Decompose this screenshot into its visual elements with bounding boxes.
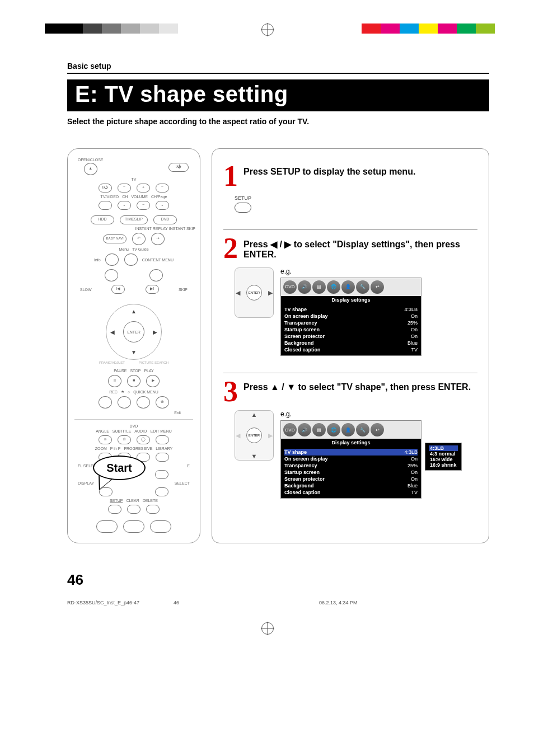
step-text: Press ▲ / ▼ to select "TV shape", then p… [243, 379, 471, 392]
popup-option: 4:3 normal [429, 451, 458, 457]
ch-up-button[interactable]: ⌃ [118, 184, 131, 192]
delete-button[interactable] [146, 505, 160, 514]
angle-label: ANGLE [96, 429, 109, 433]
slow-label: SLOW [80, 288, 92, 292]
chpage-up-button[interactable]: ⌃ [156, 184, 169, 192]
vol-up-button[interactable]: + [137, 184, 150, 192]
play-button[interactable]: ▶ [146, 375, 160, 387]
enter-icon: ENTER [246, 285, 262, 300]
footer-datetime: 06.2.13, 4:34 PM [319, 600, 489, 605]
menu-row: Transparency25% [284, 462, 418, 469]
power-button[interactable]: I/⏻ [168, 163, 189, 172]
mark-button[interactable] [137, 396, 150, 408]
popup-option: 16:9 shrink [429, 462, 458, 468]
setup-button-label: SETUP [235, 195, 251, 201]
footer-page: 46 [174, 600, 319, 605]
menu-example: DVD 🔊 ▤ 🌐 👤 🔧 ↩ Display settings TV shap… [280, 278, 421, 356]
bottom-button-1[interactable] [96, 520, 118, 533]
menu-row: BackgroundBlue [284, 482, 418, 489]
clear-button[interactable] [127, 505, 140, 514]
content-menu-button[interactable] [149, 269, 163, 281]
instant-replay-label: INSTANT REPLAY [135, 227, 167, 231]
select-button[interactable] [155, 487, 168, 496]
instant-skip-button[interactable]: ⇢ [151, 233, 165, 245]
library-label: LIBRARY [156, 447, 172, 450]
breadcrumb: Basic setup [67, 62, 489, 74]
subtitle-button[interactable]: ⎚ [118, 435, 131, 444]
edit-menu-label: EDIT MENU [150, 429, 171, 433]
audio-button[interactable]: ◯ [137, 435, 150, 444]
bottom-button-2[interactable] [123, 520, 144, 533]
info-button[interactable] [105, 269, 118, 281]
footer: RD-XS35SU/SC_Inst_E_p46-47 46 06.2.13, 4… [67, 600, 489, 605]
step-3: 3 Press ▲ / ▼ to select "TV shape", then… [223, 373, 477, 499]
subtitle-label: SUBTITLE [113, 429, 131, 433]
menu-tab-icon: 🔧 [356, 280, 369, 294]
skip-label: SKIP [179, 288, 188, 292]
tv-guide-button[interactable] [124, 253, 138, 266]
content-menu-label: CONTENT MENU [142, 258, 174, 262]
info-label: Info [94, 258, 101, 262]
easy-navi-button[interactable]: EASY NAVI [103, 234, 127, 243]
setup-button[interactable] [108, 505, 121, 514]
rec-label: REC [109, 390, 118, 394]
menu-row: Startup screenOn [284, 326, 418, 333]
page-title: E: TV shape setting [67, 79, 489, 111]
instant-replay-button[interactable]: ↶ [132, 233, 146, 245]
step-text: Press ◀ / ▶ to select "Display settings"… [243, 236, 477, 260]
angle-button[interactable]: ⎋ [99, 435, 112, 444]
dvd-button[interactable]: DVD [153, 215, 177, 224]
fav-button[interactable] [118, 396, 131, 408]
left-arrow-icon: ◀ [236, 289, 240, 296]
zoom-label: ZOOM [95, 447, 107, 450]
dpad-left-button[interactable]: ◀ [110, 329, 115, 335]
menu-example: DVD 🔊 ▤ 🌐 👤 🔧 ↩ Display settings TV sha [280, 420, 421, 499]
up-arrow-icon: ▲ [251, 411, 257, 418]
menu-row: Closed captionTV [284, 346, 418, 353]
instant-skip-label: INSTANT SKIP [169, 227, 195, 231]
skip-prev-button[interactable]: I◀ [111, 285, 125, 294]
bottom-button-3[interactable] [150, 520, 171, 533]
progressive-label: PROGRESSIVE [124, 447, 152, 450]
crop-marks-top [0, 0, 534, 39]
quick-menu-button[interactable]: ⊕ [156, 396, 169, 408]
e-button[interactable] [155, 470, 168, 479]
intro-text: Select the picture shape according to th… [67, 117, 489, 126]
chpage-down-button[interactable]: ⌄ [156, 201, 169, 210]
menu-tab-icon: 🌐 [327, 280, 340, 294]
remote-illustration: OPEN/CLOSE ▲ I/⏻ TV I/⏻ ⌃ + ⌃ TV/VIDEO C… [67, 148, 200, 543]
dpad-right-button[interactable]: ▶ [153, 329, 157, 335]
skip-next-button[interactable]: ▶I [146, 285, 159, 294]
menu-tab-icon: ▤ [312, 280, 326, 294]
ch-down-button[interactable]: ⌄ [118, 201, 131, 210]
dpad-illustration: ◀ ▶ ENTER [235, 267, 274, 318]
menu-row: On screen displayOn [284, 313, 418, 320]
rec-button[interactable] [99, 396, 112, 408]
dpad-up-button[interactable]: ▲ [131, 308, 137, 314]
stop-button[interactable]: ■ [127, 375, 140, 387]
menu-button[interactable] [105, 253, 119, 266]
menu-tab-icon: 🔊 [298, 423, 311, 436]
eject-button[interactable]: ▲ [84, 163, 97, 175]
tv-video-button[interactable] [99, 201, 112, 210]
library-button[interactable] [156, 453, 169, 462]
eg-label: e.g. [280, 267, 421, 275]
edit-menu-button[interactable] [156, 435, 169, 444]
vol-down-button[interactable]: − [137, 201, 150, 210]
dvd-sep-label: DVD [72, 424, 195, 428]
menu-tab-icon: ▤ [312, 423, 326, 436]
enter-button[interactable]: ENTER [123, 321, 144, 342]
pause-button[interactable]: II [108, 375, 121, 387]
menu-tab-icon: 🔧 [356, 423, 369, 436]
hdd-button[interactable]: HDD [91, 215, 114, 224]
tv-power-button[interactable]: I/⏻ [99, 184, 112, 192]
footer-file: RD-XS35SU/SC_Inst_E_p46-47 [67, 600, 174, 605]
timeslip-button[interactable]: TIMESLIP [120, 215, 148, 224]
step-number: 3 [223, 379, 238, 405]
dpad-illustration: ▲ ▼ ◀ ▶ ENTER [235, 410, 274, 461]
menu-tab-icon: DVD [283, 423, 297, 436]
dpad-down-button[interactable]: ▼ [131, 349, 137, 355]
menu-tab-icon: 👤 [341, 423, 355, 436]
registration-mark-icon [261, 24, 274, 36]
ch-label: CH [122, 195, 128, 199]
